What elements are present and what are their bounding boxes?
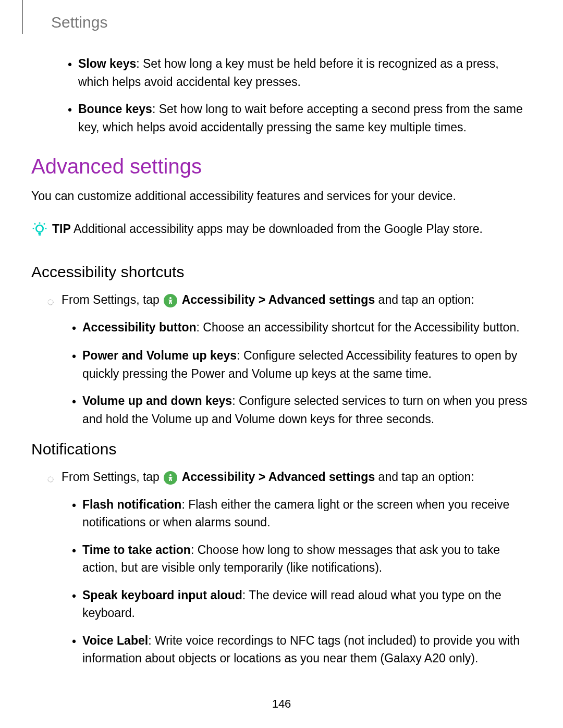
step-post: and tap an option: <box>375 293 474 306</box>
list-item-text: Voice Label: Write voice recordings to N… <box>82 632 532 668</box>
top-bullet-list: • Slow keys: Set how long a key must be … <box>31 55 532 136</box>
bullet-icon: • <box>72 496 82 532</box>
intro-text: You can customize additional accessibili… <box>31 187 532 205</box>
item-bold: Power and Volume up keys <box>82 349 237 362</box>
step-sep: > <box>255 470 268 484</box>
list-item-text: Flash notification: Flash either the cam… <box>82 496 532 532</box>
page-number: 146 <box>0 695 563 712</box>
step-post: and tap an option: <box>375 470 474 484</box>
step-text: From Settings, tap Accessibility > Advan… <box>62 291 532 309</box>
list-item: • Volume up and down keys: Configure sel… <box>72 392 532 428</box>
svg-point-10 <box>48 477 53 482</box>
hollow-bullet-icon <box>47 468 62 488</box>
list-item-text: Volume up and down keys: Configure selec… <box>82 392 532 428</box>
bullet-icon: • <box>68 55 78 91</box>
hollow-bullet-icon <box>47 291 62 311</box>
item-bold: Voice Label <box>82 634 148 647</box>
list-item: • Power and Volume up keys: Configure se… <box>72 347 532 382</box>
step-row: From Settings, tap Accessibility > Advan… <box>31 291 532 311</box>
tip-callout: TIP Additional accessibility apps may be… <box>31 220 532 243</box>
list-item-text: Bounce keys: Set how long to wait before… <box>78 100 532 136</box>
nested-list: • Flash notification: Flash either the c… <box>31 496 532 668</box>
item-bold: Volume up and down keys <box>82 394 232 408</box>
item-bold: Accessibility button <box>82 320 197 334</box>
accessibility-icon <box>164 471 177 485</box>
item-bold: Speak keyboard input aloud <box>82 588 242 602</box>
step-pre: From Settings, tap <box>62 470 163 484</box>
step-row: From Settings, tap Accessibility > Advan… <box>31 468 532 488</box>
bullet-icon: • <box>68 100 78 136</box>
list-item: • Voice Label: Write voice recordings to… <box>72 632 532 668</box>
bullet-icon: • <box>72 541 82 577</box>
section-heading: Advanced settings <box>31 151 532 182</box>
step-bold2: Advanced settings <box>268 470 375 484</box>
bullet-icon: • <box>72 392 82 428</box>
item-rest: : Set how long a key must be held before… <box>78 57 499 89</box>
header-title: Settings <box>45 10 563 34</box>
item-bold: Time to take action <box>82 543 191 557</box>
step-pre: From Settings, tap <box>62 293 163 306</box>
tip-text: TIP Additional accessibility apps may be… <box>52 220 532 238</box>
list-item: • Accessibility button: Choose an access… <box>72 318 532 338</box>
list-item: • Flash notification: Flash either the c… <box>72 496 532 532</box>
list-item: • Time to take action: Choose how long t… <box>72 541 532 577</box>
list-item-text: Power and Volume up keys: Configure sele… <box>82 347 532 382</box>
step-bold1: Accessibility <box>182 470 255 484</box>
step-text: From Settings, tap Accessibility > Advan… <box>62 468 532 486</box>
svg-point-9 <box>169 297 172 299</box>
step-bold1: Accessibility <box>182 293 255 306</box>
item-bold: Bounce keys <box>78 102 152 116</box>
step-sep: > <box>255 293 268 306</box>
svg-point-11 <box>169 474 172 476</box>
nested-list: • Accessibility button: Choose an access… <box>31 318 532 428</box>
bullet-icon: • <box>72 347 82 382</box>
bullet-icon: • <box>72 632 82 668</box>
svg-point-0 <box>36 225 43 232</box>
list-item-text: Speak keyboard input aloud: The device w… <box>82 586 532 622</box>
list-item-text: Accessibility button: Choose an accessib… <box>82 318 532 338</box>
item-rest: : Write voice recordings to NFC tags (no… <box>82 634 520 665</box>
accessibility-icon <box>164 294 177 307</box>
svg-line-4 <box>34 223 35 224</box>
list-item: • Slow keys: Set how long a key must be … <box>68 55 532 91</box>
lightbulb-icon <box>31 220 52 243</box>
item-bold: Slow keys <box>78 57 136 70</box>
tip-body: Additional accessibility apps may be dow… <box>71 222 483 236</box>
page-header: Settings <box>22 0 563 34</box>
list-item: • Speak keyboard input aloud: The device… <box>72 586 532 622</box>
svg-line-5 <box>44 223 45 224</box>
item-rest: : Choose an accessibility shortcut for t… <box>197 320 520 334</box>
item-bold: Flash notification <box>82 498 181 511</box>
bullet-icon: • <box>72 586 82 622</box>
step-bold2: Advanced settings <box>268 293 375 306</box>
tip-label: TIP <box>52 222 71 236</box>
page-content: • Slow keys: Set how long a key must be … <box>0 55 563 668</box>
list-item-text: Time to take action: Choose how long to … <box>82 541 532 577</box>
list-item-text: Slow keys: Set how long a key must be he… <box>78 55 532 91</box>
list-item: • Bounce keys: Set how long to wait befo… <box>68 100 532 136</box>
subsection-heading: Accessibility shortcuts <box>31 260 532 283</box>
bullet-icon: • <box>72 318 82 338</box>
svg-point-8 <box>48 300 53 305</box>
subsection-heading: Notifications <box>31 437 532 461</box>
